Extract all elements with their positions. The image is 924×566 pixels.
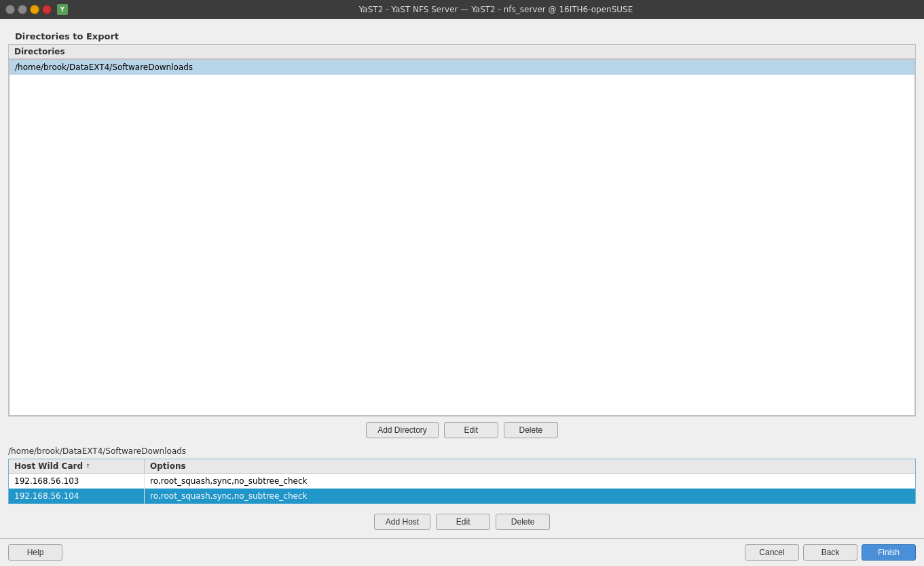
host-options-cell: ro,root_squash,sync,no_subtree_check — [145, 489, 915, 503]
cancel-button[interactable]: Cancel — [745, 544, 799, 561]
close-button[interactable] — [5, 5, 15, 14]
directories-col-header: Directories — [9, 45, 915, 59]
host-row[interactable]: 192.168.56.103 ro,root_squash,sync,no_su… — [9, 474, 915, 489]
section-title: Directories to Export — [8, 26, 916, 44]
finish-button[interactable]: Finish — [862, 544, 916, 561]
footer: Help Cancel Back Finish — [0, 538, 924, 566]
host-options-cell: ro,root_squash,sync,no_subtree_check — [145, 474, 915, 489]
maximize-button[interactable] — [30, 5, 39, 14]
footer-right: Cancel Back Finish — [745, 544, 916, 561]
window-title: YaST2 - YaST NFS Server — YaST2 - nfs_se… — [73, 5, 919, 14]
directories-section: Directories to Export Directories /home/… — [8, 26, 916, 417]
directory-item[interactable]: /home/brook/DataEXT4/SoftwareDownloads — [10, 60, 914, 75]
directories-panel: Directories /home/brook/DataEXT4/Softwar… — [8, 44, 916, 417]
window-controls — [5, 5, 52, 14]
edit-host-button[interactable]: Edit — [436, 514, 490, 530]
titlebar: Y YaST2 - YaST NFS Server — YaST2 - nfs_… — [0, 0, 924, 19]
main-content: Directories to Export Directories /home/… — [0, 19, 924, 566]
selected-directory-label: /home/brook/DataEXT4/SoftwareDownloads — [8, 444, 916, 459]
host-panel: Host Wild Card ↑ Options 192.168.56.103 … — [8, 459, 916, 504]
directory-button-bar: Add Directory Edit Delete — [0, 417, 924, 444]
host-table-header: Host Wild Card ↑ Options — [9, 459, 915, 474]
host-section: /home/brook/DataEXT4/SoftwareDownloads H… — [8, 444, 916, 504]
sort-arrow-icon: ↑ — [86, 463, 91, 470]
host-row[interactable]: 192.168.56.104 ro,root_squash,sync,no_su… — [9, 489, 915, 503]
host-button-bar: Add Host Edit Delete — [0, 508, 924, 535]
help-button[interactable]: Help — [8, 544, 62, 561]
back-button[interactable]: Back — [803, 544, 857, 561]
host-wildcard-cell: 192.168.56.104 — [9, 489, 145, 503]
extra-button[interactable] — [42, 5, 52, 14]
edit-directory-button[interactable]: Edit — [444, 422, 498, 438]
host-wildcard-col-header: Host Wild Card ↑ — [9, 459, 145, 473]
app-icon: Y — [57, 4, 68, 15]
minimize-button[interactable] — [18, 5, 27, 14]
add-directory-button[interactable]: Add Directory — [366, 422, 439, 438]
add-host-button[interactable]: Add Host — [374, 514, 430, 530]
footer-left: Help — [8, 544, 62, 561]
host-wildcard-cell: 192.168.56.103 — [9, 474, 145, 489]
host-table-body: 192.168.56.103 ro,root_squash,sync,no_su… — [9, 474, 915, 503]
delete-host-button[interactable]: Delete — [496, 514, 550, 530]
delete-directory-button[interactable]: Delete — [504, 422, 558, 438]
directories-list: /home/brook/DataEXT4/SoftwareDownloads — [9, 59, 915, 416]
host-options-col-header: Options — [145, 459, 915, 473]
